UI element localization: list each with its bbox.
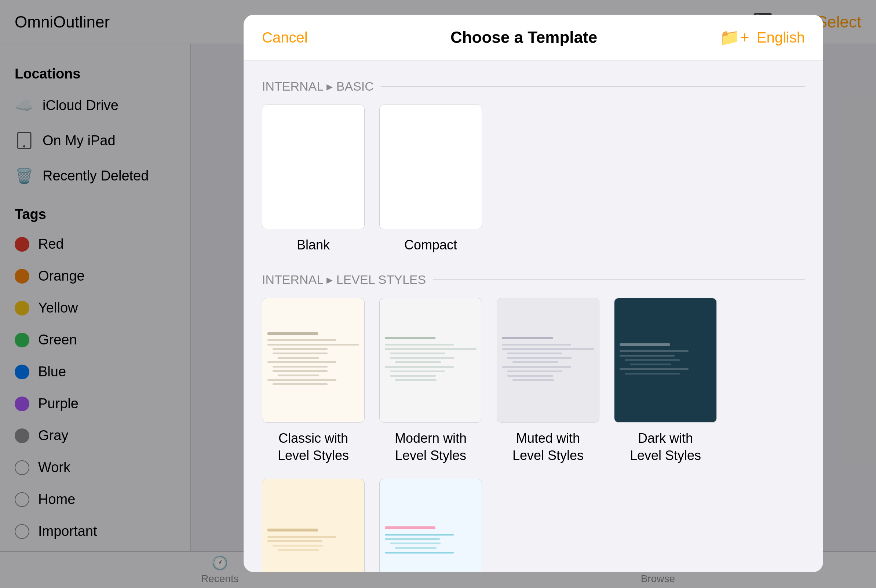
section-basic-label: INTERNAL ▸ BASIC	[262, 79, 374, 93]
classic-thumb	[262, 298, 364, 423]
modal-title: Choose a Template	[328, 28, 720, 46]
template-dark[interactable]: Dark with Level Styles	[614, 298, 717, 464]
basic-templates-grid: Blank Compact	[262, 105, 805, 254]
section-basic-line	[381, 86, 805, 87]
modal-overlay: Cancel Choose a Template 📁+ English INTE…	[0, 0, 876, 588]
muted-preview	[497, 332, 599, 389]
compact-thumb	[379, 105, 482, 229]
classic-label: Classic with Level Styles	[278, 430, 349, 464]
template-classic[interactable]: Classic with Level Styles	[262, 298, 364, 464]
dark-preview	[615, 338, 716, 382]
cancel-button[interactable]: Cancel	[262, 29, 328, 46]
golden-thumb	[262, 479, 364, 572]
template-muted[interactable]: Muted with Level Styles	[497, 298, 599, 464]
dark-label: Dark with Level Styles	[630, 430, 701, 464]
blank-label: Blank	[297, 237, 330, 254]
new-folder-icon[interactable]: 📁+	[720, 28, 750, 47]
dark-thumb	[614, 298, 717, 423]
classic-preview	[262, 327, 364, 393]
level-templates-grid: Classic with Level Styles	[262, 298, 805, 572]
template-modern[interactable]: Modern with Level Styles	[379, 298, 482, 464]
section-level-header: INTERNAL ▸ LEVEL STYLES	[262, 272, 805, 287]
sky-thumb	[379, 479, 482, 572]
template-sky[interactable]: Sky with Level Styles	[379, 479, 482, 572]
muted-thumb	[497, 298, 599, 423]
modal-header-actions: 📁+ English	[720, 28, 805, 47]
modern-label: Modern with Level Styles	[395, 430, 466, 464]
blank-thumb	[262, 105, 364, 229]
template-compact[interactable]: Compact	[379, 105, 482, 254]
section-level-line	[433, 279, 805, 279]
section-level-label: INTERNAL ▸ LEVEL STYLES	[262, 272, 426, 287]
modern-thumb	[379, 298, 482, 423]
modal-body: INTERNAL ▸ BASIC Blank Compact INTERNAL …	[244, 60, 823, 572]
language-button[interactable]: English	[757, 29, 805, 46]
compact-label: Compact	[404, 237, 457, 254]
template-golden[interactable]: Golden with Level Styles	[262, 479, 364, 572]
modal-header: Cancel Choose a Template 📁+ English	[244, 15, 823, 60]
template-blank[interactable]: Blank	[262, 105, 364, 254]
sky-preview	[380, 521, 482, 561]
template-modal: Cancel Choose a Template 📁+ English INTE…	[244, 15, 823, 572]
muted-label: Muted with Level Styles	[513, 430, 584, 464]
golden-preview	[262, 524, 364, 559]
modern-preview	[380, 332, 482, 389]
section-basic-header: INTERNAL ▸ BASIC	[262, 79, 805, 93]
